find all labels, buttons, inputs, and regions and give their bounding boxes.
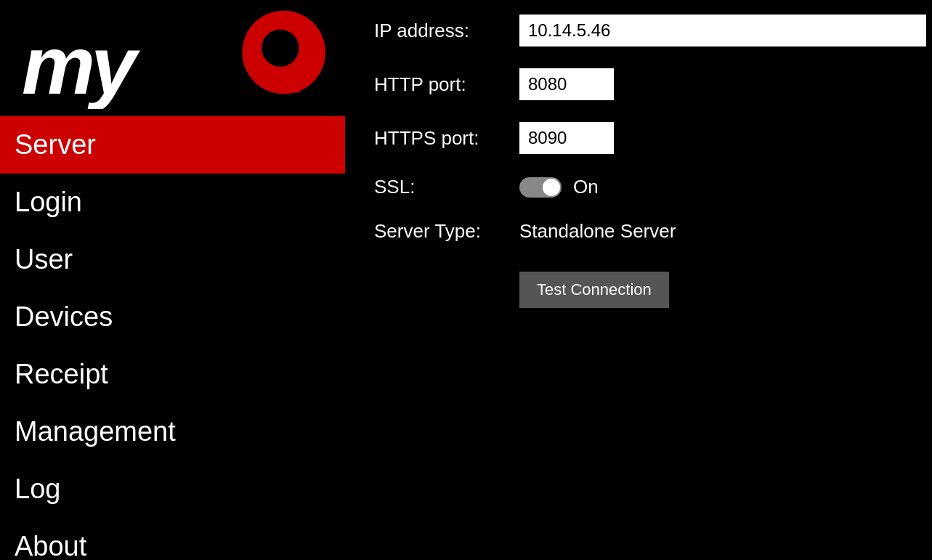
server-type-row: Server Type: Standalone Server xyxy=(374,220,926,243)
myq-logo: my xyxy=(15,7,331,109)
sidebar-item-server[interactable]: Server xyxy=(0,116,345,174)
test-connection-button[interactable]: Test Connection xyxy=(519,272,669,308)
test-connection-row: Test Connection xyxy=(374,264,926,308)
sidebar-item-log[interactable]: Log xyxy=(0,460,345,518)
sidebar-item-receipt[interactable]: Receipt xyxy=(0,346,345,403)
ssl-toggle-container: On xyxy=(519,176,599,198)
sidebar-item-login[interactable]: Login xyxy=(0,174,345,231)
sidebar-item-user[interactable]: User xyxy=(0,231,345,288)
http-port-row: HTTP port: xyxy=(374,68,926,100)
svg-point-2 xyxy=(262,29,299,66)
ssl-state-label: On xyxy=(573,176,599,198)
https-port-row: HTTPS port: xyxy=(374,122,926,154)
server-type-value: Standalone Server xyxy=(519,220,676,243)
ip-address-input[interactable] xyxy=(519,15,926,46)
svg-text:my: my xyxy=(22,19,140,109)
server-type-label: Server Type: xyxy=(374,220,519,243)
https-port-label: HTTPS port: xyxy=(374,127,519,150)
ssl-row: SSL: On xyxy=(374,176,926,198)
sidebar-item-devices[interactable]: Devices xyxy=(0,288,345,346)
ssl-toggle[interactable] xyxy=(519,177,562,198)
sidebar-item-about[interactable]: About xyxy=(0,518,345,560)
ip-address-label: IP address: xyxy=(374,20,519,42)
https-port-input[interactable] xyxy=(519,122,614,154)
ssl-label: SSL: xyxy=(374,176,519,198)
http-port-label: HTTP port: xyxy=(374,73,519,96)
sidebar: my Server Login User Devices Receipt Man… xyxy=(0,0,345,560)
ip-address-row: IP address: xyxy=(374,15,926,46)
main-content: IP address: HTTP port: HTTPS port: SSL: … xyxy=(345,0,932,560)
sidebar-item-management[interactable]: Management xyxy=(0,403,345,460)
http-port-input[interactable] xyxy=(519,68,614,100)
logo-area: my xyxy=(0,0,345,116)
